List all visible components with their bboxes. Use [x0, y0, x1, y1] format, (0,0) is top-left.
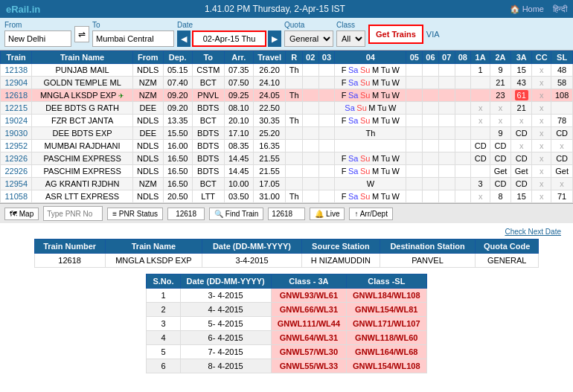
- col-05: 05: [406, 51, 423, 64]
- date-prev-button[interactable]: ◀: [177, 30, 191, 47]
- pnr-number-display[interactable]: [167, 208, 205, 220]
- from-group: From: [4, 21, 71, 47]
- table-row[interactable]: 19024 FZR BCT JANTA NDLS 13.35 BCT 20.10…: [1, 115, 573, 127]
- detail-row: 12618 MNGLA LKSDP EXP 3-4-2015 H NIZAMUD…: [34, 254, 539, 268]
- cell-08: [455, 165, 471, 178]
- col-from: From: [132, 51, 163, 64]
- cell-travel: 25.20: [253, 127, 286, 140]
- table-row[interactable]: 22926 PASCHIM EXPRESS NDLS 16.50 BDTS 14…: [1, 165, 573, 178]
- class-label: Class: [336, 21, 365, 29]
- cell-to: BDTS: [192, 127, 224, 140]
- cell-04: F Sa Su M Tu W: [335, 89, 406, 102]
- cell-cc: x: [532, 152, 551, 165]
- cell-cc: x: [532, 140, 551, 152]
- cell-r: [286, 127, 302, 140]
- cell-train-name: PUNJAB MAIL: [32, 64, 132, 77]
- brand-logo[interactable]: eRail.in: [6, 4, 40, 15]
- date-input[interactable]: [192, 30, 266, 47]
- cell-08: [455, 64, 471, 77]
- cell-dep: 09.20: [163, 89, 192, 102]
- cell-train-name: FZR BCT JANTA: [32, 115, 132, 127]
- cell-1a: [471, 165, 490, 178]
- avail-date: 8- 4-2015: [180, 359, 271, 373]
- cell-02: [302, 165, 318, 178]
- avail-sl: GNWL118/WL60: [347, 331, 426, 345]
- cell-to: PNVL: [192, 89, 224, 102]
- avail-sl: GNWL184/WL108: [347, 289, 426, 303]
- quota-label: Quota: [284, 21, 333, 29]
- live-button[interactable]: 🔔 Live: [310, 208, 345, 220]
- cell-train-name: PASCHIM EXPRESS: [32, 152, 132, 165]
- map-button[interactable]: 🗺 Map: [4, 208, 39, 220]
- table-row[interactable]: 11058 ASR LTT EXPRESS NDLS 20.50 LTT 03.…: [1, 190, 573, 203]
- col-travel: Travel: [253, 51, 286, 64]
- cell-1a: x: [471, 190, 490, 203]
- cell-dep: 07.40: [163, 77, 192, 89]
- pnr-input[interactable]: [43, 206, 103, 221]
- cell-from: NZM: [132, 89, 163, 102]
- table-row[interactable]: 12215 DEE BDTS G RATH DEE 09.20 BDTS 08.…: [1, 102, 573, 115]
- table-row[interactable]: 12926 PASCHIM EXPRESS NDLS 16.50 BDTS 14…: [1, 152, 573, 165]
- table-row[interactable]: 19030 DEE BDTS EXP DEE 15.50 BDTS 17.10 …: [1, 127, 573, 140]
- date-next-button[interactable]: ▶: [268, 30, 281, 47]
- cell-r: Th: [286, 115, 302, 127]
- home-link[interactable]: 🏠 Home: [510, 4, 544, 14]
- table-row[interactable]: 12618 MNGLA LKSDP EXP ✈ NZM 09.20 PNVL 0…: [1, 89, 573, 102]
- check-next-date-link[interactable]: Check Next Date: [6, 228, 567, 236]
- avail-3a: GNWL111/WL44: [271, 317, 346, 331]
- cell-r: [286, 178, 302, 190]
- cell-02: [302, 127, 318, 140]
- detail-date: 3-4-2015: [202, 254, 302, 268]
- col-04: 04: [335, 51, 406, 64]
- cell-06: [423, 115, 439, 127]
- avail-3a: GNWL55/WL33: [271, 359, 346, 373]
- cell-sl: CD: [551, 127, 573, 140]
- class-select[interactable]: All: [336, 30, 365, 47]
- header-nav: 🏠 Home हिन्दी: [510, 4, 567, 14]
- from-input[interactable]: [4, 30, 71, 47]
- table-row[interactable]: 12138 PUNJAB MAIL NDLS 05.15 CSTM 07.35 …: [1, 64, 573, 77]
- cell-train-num: 12138: [1, 64, 32, 77]
- cell-from: NDLS: [132, 115, 163, 127]
- swap-button[interactable]: ⇌: [74, 26, 89, 42]
- avail-sno: 6: [147, 359, 180, 373]
- cell-r: [286, 140, 302, 152]
- cell-03: [318, 102, 335, 115]
- hindi-link[interactable]: हिन्दी: [553, 4, 567, 14]
- cell-train-name: MNGLA LKSDP EXP ✈: [32, 89, 132, 102]
- cell-03: [318, 190, 335, 203]
- availability-table: S.No. Date (DD-MM-YYYY) Class - 3A Class…: [146, 274, 426, 373]
- table-row[interactable]: 12954 AG KRANTI RJDHN NZM 16.50 BCT 10.0…: [1, 178, 573, 190]
- col-3a: 3A: [510, 51, 531, 64]
- cell-02: [302, 140, 318, 152]
- get-trains-button[interactable]: Get Trains: [368, 25, 423, 44]
- cell-to: CSTM: [192, 64, 224, 77]
- table-row[interactable]: 12904 GOLDN TEMPLE ML NZM 07.40 BCT 07.5…: [1, 77, 573, 89]
- find-train-button[interactable]: 🔍 Find Train: [209, 208, 263, 220]
- arr-dept-button[interactable]: ↑ Arr/Dept: [349, 208, 392, 220]
- table-row[interactable]: 12952 MUMBAI RAJDHANI NDLS 16.00 BDTS 08…: [1, 140, 573, 152]
- cell-from: NDLS: [132, 152, 163, 165]
- cell-from: NDLS: [132, 165, 163, 178]
- from-label: From: [4, 21, 71, 29]
- pnr-status-button[interactable]: ≡ PNR Status: [107, 208, 163, 220]
- header-datetime: 1.41.02 PM Thursday, 2-Apr-15 IST: [205, 4, 345, 14]
- cell-sl: [551, 102, 573, 115]
- cell-travel: 24.05: [253, 89, 286, 102]
- cell-sl: Get: [551, 165, 573, 178]
- to-input[interactable]: [92, 30, 174, 47]
- cell-cc: x: [532, 178, 551, 190]
- cell-3a: x: [510, 115, 531, 127]
- avail-row: 3 5- 4-2015 GNWL111/WL44 GNWL171/WL107: [147, 317, 426, 331]
- find-train-number[interactable]: [268, 208, 305, 220]
- col-name: Train Name: [32, 51, 132, 64]
- quota-select[interactable]: General: [284, 30, 333, 47]
- avail-sno: 2: [147, 303, 180, 317]
- cell-from: DEE: [132, 102, 163, 115]
- cell-07: [438, 77, 455, 89]
- col-02: 02: [302, 51, 318, 64]
- cell-2a: 9: [490, 127, 511, 140]
- avail-date: 4- 4-2015: [180, 303, 271, 317]
- col-train: Train: [1, 51, 32, 64]
- cell-05: [406, 152, 423, 165]
